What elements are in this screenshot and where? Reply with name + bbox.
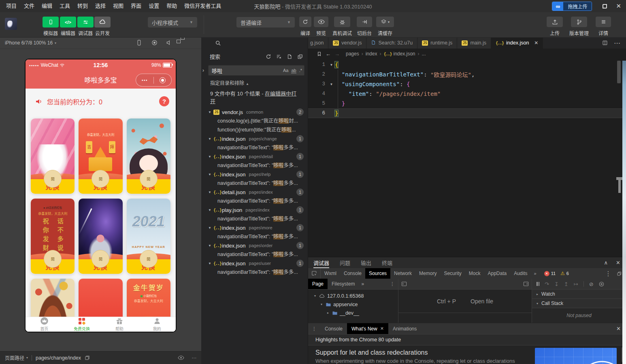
editor-tab-vendor.js[interactable]: JSvendor.js xyxy=(328,37,366,49)
search-icon[interactable] xyxy=(215,40,221,46)
search-result-file[interactable]: ▼{..}detail.jsonpages\index1 xyxy=(201,188,308,197)
menu-9[interactable]: 帮助 xyxy=(163,0,181,12)
mini-program-mode-select[interactable]: 小程序模式 ▼ xyxy=(148,17,197,28)
toolbar-编辑器-button[interactable]: </>编辑器 xyxy=(59,17,77,36)
fold-icon[interactable]: ▼ xyxy=(328,63,335,67)
devtools-tab-Security[interactable]: Security xyxy=(440,268,465,279)
call-stack-section[interactable]: ▾ Call Stack xyxy=(532,299,626,308)
eye-icon[interactable] xyxy=(178,356,184,360)
breadcrumb-item[interactable]: index xyxy=(366,51,377,57)
more-options-icon[interactable]: ⋮ xyxy=(605,270,611,277)
clear-search-results-icon[interactable] xyxy=(276,54,282,59)
close-tab-icon[interactable]: ✕ xyxy=(380,326,384,331)
rotate-device-icon[interactable] xyxy=(136,40,142,46)
redeem-card-4[interactable]: ● zA青衫的红包恭喜发财，大吉大利祝你发财话不多说開兑换 xyxy=(31,199,75,274)
capsule-close-icon[interactable] xyxy=(160,77,166,83)
menu-1[interactable]: 文件 xyxy=(20,0,38,12)
step-icon[interactable]: ↦ xyxy=(574,281,578,287)
tree-node-appservice[interactable]: ▾appservice xyxy=(308,300,398,309)
step-into-icon[interactable]: ↧ xyxy=(554,281,559,287)
compile-mode-select[interactable]: 普通编译 ▼ xyxy=(236,17,295,28)
code-line-1[interactable]: 1▼{ xyxy=(308,60,626,70)
editor-scrollbar-thumb[interactable] xyxy=(617,61,621,83)
deactivate-breakpoints-icon[interactable]: ⊘ xyxy=(589,281,594,287)
navigate-forward-icon[interactable]: → xyxy=(334,51,340,57)
search-result-match[interactable]: console.log(e),{title:"我正在哆啦封... xyxy=(201,116,308,125)
search-result-match[interactable]: navigationBarTitleText": "哆啦多多... xyxy=(201,232,308,241)
pause-script-icon[interactable] xyxy=(537,282,539,286)
fold-icon[interactable]: ▼ xyxy=(328,83,335,86)
toolbar-调试器-button[interactable]: 调试器 xyxy=(77,17,94,36)
drag-upload-badge[interactable]: ∞ 拖拽上传 xyxy=(552,2,592,11)
editor-tab-main.js[interactable]: JSmain.js xyxy=(457,37,491,49)
toolbar-真机调试-button[interactable]: 真机调试 xyxy=(329,17,356,36)
debugger-tab-终端[interactable]: 终端 xyxy=(382,257,392,268)
search-result-match[interactable]: function(){return{title:"我正在哆啦... xyxy=(201,125,308,134)
devtools-tab-Wxml[interactable]: Wxml xyxy=(321,268,340,279)
search-result-file[interactable]: ▼{..}index.jsonpages\user1 xyxy=(201,259,308,268)
editor-tab-runtime.js[interactable]: JSruntime.js xyxy=(417,37,457,49)
more-dots-icon[interactable]: ••• xyxy=(136,78,153,83)
search-result-file[interactable]: ▼{..}index.jsonpages\order1 xyxy=(201,241,308,250)
code-line-4[interactable]: 4 "item": "/pages/index/item" xyxy=(308,89,626,99)
mini-program-capsule[interactable]: ••• xyxy=(136,74,172,87)
toolbar-模拟器-button[interactable]: 模拟器 xyxy=(42,17,60,36)
toolbar-详情-button[interactable]: 详情 xyxy=(590,17,616,36)
search-result-file[interactable]: ▼{..}index.jsonpages\more1 xyxy=(201,223,308,232)
show-debugger-sidebar-icon[interactable] xyxy=(523,281,529,286)
drawer-tab-What's New[interactable]: What's New✕ xyxy=(347,323,388,334)
match-case-icon[interactable]: Aa xyxy=(283,68,288,73)
navigator-tab-Filesystem[interactable]: Filesystem xyxy=(328,279,359,289)
menu-8[interactable]: 设置 xyxy=(145,0,163,12)
drawer-tab-Console[interactable]: Console xyxy=(320,323,347,334)
code-line-6[interactable]: 6} xyxy=(308,108,626,118)
redeem-card-3[interactable]: 開兑换 xyxy=(127,119,170,194)
project-logo[interactable] xyxy=(5,18,17,30)
search-result-match[interactable]: navigationBarTitleText": "哆啦多多... xyxy=(201,214,308,223)
search-result-match[interactable]: navigationBarTitleText": "哆啦多多... xyxy=(201,179,308,188)
code-area[interactable]: 1▼{2 "navigationBarTitleText": "欧皇源码论坛",… xyxy=(308,59,626,118)
navigate-back-icon[interactable]: ← xyxy=(326,51,331,57)
regex-icon[interactable]: .* xyxy=(299,68,302,73)
search-result-match[interactable]: navigationBarTitleText": "哆啦多多... xyxy=(201,268,308,277)
debugger-tab-问题[interactable]: 问题 xyxy=(340,257,350,268)
watch-section[interactable]: ▸ Watch xyxy=(532,290,626,299)
editor-tab-g.json[interactable]: g.json xyxy=(308,37,328,49)
open-file-action[interactable]: Open file xyxy=(471,298,493,305)
toolbar-上传-button[interactable]: 上传 xyxy=(542,17,568,36)
menu-7[interactable]: 界面 xyxy=(127,0,145,12)
close-panel-icon[interactable]: ✕ xyxy=(616,260,620,266)
search-result-file[interactable]: ▼JSvendor.jscommon2 xyxy=(201,108,308,116)
menu-2[interactable]: 编辑 xyxy=(38,0,56,12)
toolbar-清缓存-button[interactable]: ▾清缓存 xyxy=(373,17,398,36)
search-result-match[interactable]: navigationBarTitleText": "哆啦多多... xyxy=(201,197,308,205)
close-tab-icon[interactable]: ✕ xyxy=(534,40,538,46)
tabbar-item-首页[interactable]: 首页 xyxy=(26,317,63,332)
more-tabs-icon[interactable]: » xyxy=(531,271,539,276)
inspect-element-icon[interactable] xyxy=(308,268,321,279)
whole-word-icon[interactable]: ab xyxy=(291,68,296,73)
navigator-tab-Page[interactable]: Page xyxy=(308,279,328,289)
step-over-icon[interactable]: ↷ xyxy=(545,281,549,287)
tabbar-item-帮助[interactable]: 帮助 xyxy=(101,317,138,332)
menu-4[interactable]: 转到 xyxy=(74,0,92,12)
more-options-icon[interactable]: ⋮ xyxy=(308,326,320,332)
page-path-label[interactable]: 页面路径 xyxy=(5,354,24,361)
copy-path-icon[interactable] xyxy=(85,355,90,360)
record-icon[interactable] xyxy=(151,40,158,46)
devtools-tab-Audits[interactable]: Audits xyxy=(510,268,531,279)
more-tabs-icon[interactable]: » xyxy=(359,281,366,287)
open-new-search-editor-icon[interactable] xyxy=(287,54,292,59)
error-badge[interactable]: ✕11⚠6 xyxy=(544,271,569,276)
toolbar-版本管理-button[interactable]: 版本管理 xyxy=(566,17,592,36)
devtools-tab-Memory[interactable]: Memory xyxy=(415,268,440,279)
tabbar-item-免费兑换[interactable]: 免费兑换 xyxy=(63,317,101,332)
search-result-file[interactable]: ▼{..}index.jsonpages\help1 xyxy=(201,170,308,179)
menu-3[interactable]: 工具 xyxy=(56,0,74,12)
popout-icon[interactable] xyxy=(617,271,622,276)
debugger-tab-调试器[interactable]: 调试器 xyxy=(313,257,329,268)
device-selector[interactable]: iPhone 6/7/8 100% 16 xyxy=(5,40,53,46)
drawer-tab-Animations[interactable]: Animations xyxy=(388,323,421,334)
editor-tab-Search: 32.u7u[interactable]: Search: 32.u7u xyxy=(366,37,417,49)
refresh-icon[interactable] xyxy=(266,54,271,59)
